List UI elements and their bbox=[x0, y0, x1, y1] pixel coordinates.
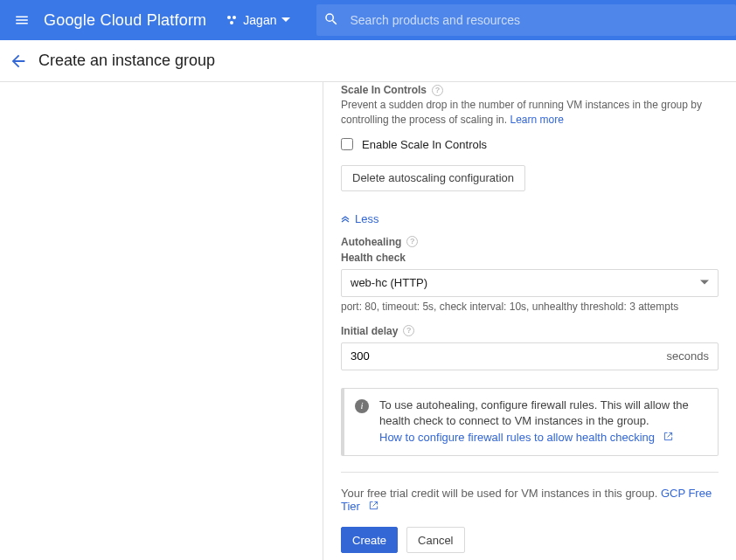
cancel-button[interactable]: Cancel bbox=[406, 527, 464, 553]
learn-more-link[interactable]: Learn more bbox=[510, 114, 563, 126]
gcp-logo[interactable]: Google Cloud Platform bbox=[44, 11, 206, 30]
caret-down-icon bbox=[700, 276, 709, 289]
initial-delay-unit: seconds bbox=[667, 349, 709, 363]
logo-google: Google bbox=[44, 11, 95, 30]
form-actions: Create Cancel bbox=[341, 527, 719, 553]
page-title: Create an instance group bbox=[38, 52, 215, 70]
left-panel bbox=[0, 82, 323, 560]
enable-scale-in-row[interactable]: Enable Scale In Controls bbox=[341, 138, 719, 151]
content-area: Scale In Controls ? Prevent a sudden dro… bbox=[0, 82, 736, 560]
health-check-meta: port: 80, timeout: 5s, check interval: 1… bbox=[341, 301, 719, 313]
search-input[interactable] bbox=[350, 13, 729, 27]
delete-autoscaling-button[interactable]: Delete autoscaling configuration bbox=[341, 165, 525, 191]
create-button[interactable]: Create bbox=[341, 527, 398, 553]
firewall-rules-link[interactable]: How to configure firewall rules to allow… bbox=[379, 431, 673, 444]
page-subheader: Create an instance group bbox=[0, 40, 736, 82]
initial-delay-input[interactable] bbox=[351, 349, 667, 363]
external-link-icon bbox=[369, 500, 378, 513]
enable-scale-in-label: Enable Scale In Controls bbox=[362, 138, 487, 151]
search-box[interactable] bbox=[316, 4, 736, 36]
svg-point-2 bbox=[230, 21, 233, 24]
help-icon[interactable]: ? bbox=[403, 325, 414, 336]
menu-icon[interactable] bbox=[9, 7, 35, 33]
info-icon: i bbox=[355, 399, 369, 413]
collapse-icon bbox=[341, 212, 350, 225]
project-dots-icon bbox=[226, 14, 238, 26]
back-arrow-icon[interactable] bbox=[5, 48, 31, 74]
health-check-label: Health check bbox=[341, 252, 719, 264]
initial-delay-label: Initial delay ? bbox=[341, 325, 719, 337]
scale-in-desc: Prevent a sudden drop in the number of r… bbox=[341, 98, 719, 128]
autohealing-label: Autohealing ? bbox=[341, 236, 719, 248]
caret-down-icon bbox=[281, 13, 290, 27]
form-panel: Scale In Controls ? Prevent a sudden dro… bbox=[323, 82, 736, 560]
initial-delay-field[interactable]: seconds bbox=[341, 342, 719, 370]
project-picker[interactable]: Jagan bbox=[226, 13, 290, 27]
top-bar: Google Cloud Platform Jagan bbox=[0, 0, 736, 40]
external-link-icon bbox=[663, 430, 673, 446]
enable-scale-in-checkbox[interactable] bbox=[341, 138, 353, 150]
svg-point-1 bbox=[233, 16, 236, 19]
logo-cloud: Cloud Platform bbox=[100, 11, 206, 30]
trial-note: Your free trial credit will be used for … bbox=[341, 487, 719, 513]
info-text: To use autohealing, configure firewall r… bbox=[379, 398, 689, 428]
search-icon bbox=[323, 11, 339, 30]
less-toggle[interactable]: Less bbox=[341, 212, 719, 225]
divider bbox=[341, 472, 719, 473]
svg-point-0 bbox=[227, 16, 231, 19]
health-check-select[interactable]: web-hc (HTTP) bbox=[341, 269, 719, 297]
help-icon[interactable]: ? bbox=[406, 236, 418, 247]
project-name: Jagan bbox=[243, 13, 276, 27]
firewall-info-box: i To use autohealing, configure firewall… bbox=[341, 388, 719, 457]
scale-in-label: Scale In Controls ? bbox=[341, 84, 719, 96]
health-check-value: web-hc (HTTP) bbox=[351, 276, 427, 289]
help-icon[interactable]: ? bbox=[432, 85, 443, 96]
